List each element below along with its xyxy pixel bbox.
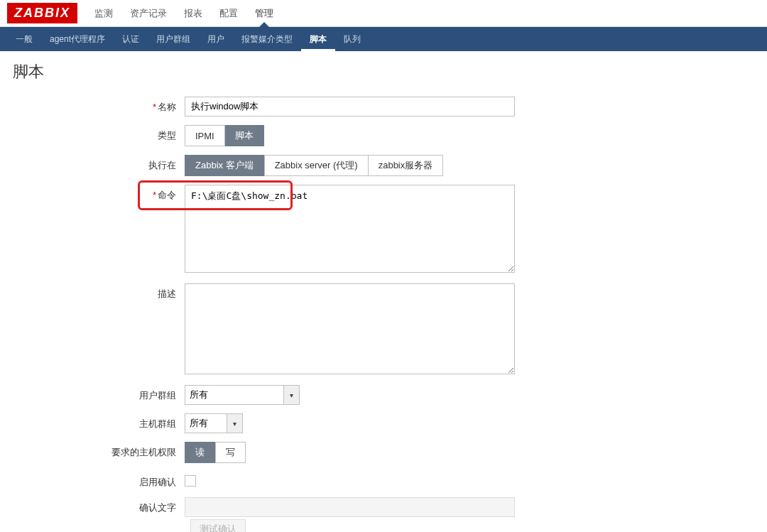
subnav-mediatypes[interactable]: 报警媒介类型 (233, 28, 301, 51)
execute-on-toggle: Zabbix 客户端 Zabbix server (代理) zabbix服务器 (185, 155, 443, 176)
label-confirm-text: 确认文字 (14, 497, 185, 514)
label-execute-on: 执行在 (14, 155, 185, 172)
subnav-auth[interactable]: 认证 (114, 28, 148, 51)
label-host-perm: 要求的主机权限 (14, 442, 185, 459)
top-nav: ZABBIX 监测 资产记录 报表 配置 管理 (0, 0, 767, 27)
topnav-monitor[interactable]: 监测 (86, 0, 121, 27)
confirm-text-input (185, 497, 515, 517)
host-group-dropdown-toggle[interactable]: ▾ (227, 413, 243, 433)
perm-read-button[interactable]: 读 (185, 442, 215, 463)
label-user-group: 用户群组 (14, 385, 185, 402)
subnav-proxies[interactable]: agent代理程序 (41, 28, 114, 51)
subnav-scripts[interactable]: 脚本 (301, 28, 335, 51)
chevron-down-icon: ▾ (290, 391, 293, 399)
topnav-config[interactable]: 配置 (211, 0, 246, 27)
execute-proxy-button[interactable]: Zabbix server (代理) (264, 155, 369, 176)
page-title: 脚本 (13, 61, 754, 82)
label-host-group: 主机群组 (14, 413, 185, 430)
topnav-items: 监测 资产记录 报表 配置 管理 (86, 0, 282, 27)
logo: ZABBIX (7, 3, 77, 23)
type-script-button[interactable]: 脚本 (225, 125, 264, 146)
user-group-dropdown-toggle[interactable]: ▾ (284, 385, 300, 405)
perm-write-button[interactable]: 写 (215, 442, 246, 463)
type-toggle: IPMI 脚本 (185, 125, 264, 146)
page-header: 脚本 (0, 51, 767, 97)
subnav-queue[interactable]: 队列 (335, 28, 369, 51)
topnav-reports[interactable]: 报表 (175, 0, 211, 27)
user-group-select[interactable] (185, 385, 284, 405)
script-form: *名称 类型 IPMI 脚本 执行在 Zabbix 客户端 Zabbix ser… (0, 97, 582, 532)
label-name: *名称 (14, 97, 185, 114)
subnav-users[interactable]: 用户 (199, 28, 233, 51)
topnav-admin[interactable]: 管理 (246, 0, 282, 27)
name-input[interactable] (185, 97, 515, 116)
execute-server-button[interactable]: zabbix服务器 (369, 155, 444, 176)
host-group-select[interactable] (185, 413, 227, 433)
label-type: 类型 (14, 125, 185, 142)
subnav-usergroups[interactable]: 用户群组 (148, 28, 199, 51)
chevron-down-icon: ▾ (233, 420, 236, 428)
enable-confirm-checkbox[interactable] (185, 475, 196, 487)
label-description: 描述 (14, 283, 185, 300)
type-ipmi-button[interactable]: IPMI (185, 125, 225, 146)
execute-agent-button[interactable]: Zabbix 客户端 (185, 155, 264, 176)
label-command: *命令 (14, 185, 185, 202)
command-textarea[interactable]: F:\桌面C盘\show_zn.bat (185, 185, 515, 273)
sub-nav: 一般 agent代理程序 认证 用户群组 用户 报警媒介类型 脚本 队列 (0, 27, 767, 51)
test-confirm-button: 测试确认 (190, 519, 246, 532)
label-enable-confirm: 启用确认 (14, 472, 185, 489)
subnav-general[interactable]: 一般 (7, 28, 41, 51)
host-perm-toggle: 读 写 (185, 442, 246, 463)
description-textarea[interactable] (185, 283, 515, 374)
topnav-inventory[interactable]: 资产记录 (121, 0, 175, 27)
